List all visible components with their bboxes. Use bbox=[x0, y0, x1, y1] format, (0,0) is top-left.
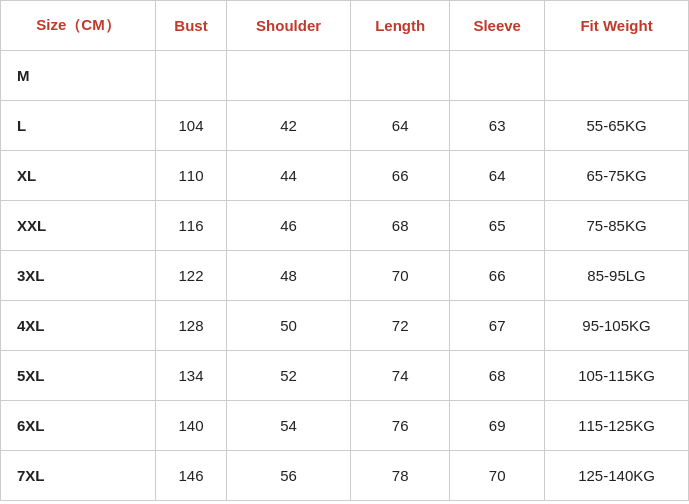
cell-length: 70 bbox=[351, 251, 450, 301]
cell-weight bbox=[545, 51, 689, 101]
header-length: Length bbox=[351, 1, 450, 51]
cell-size: XL bbox=[1, 151, 156, 201]
cell-sleeve: 68 bbox=[450, 351, 545, 401]
cell-shoulder: 48 bbox=[227, 251, 351, 301]
cell-length: 64 bbox=[351, 101, 450, 151]
cell-length: 66 bbox=[351, 151, 450, 201]
cell-shoulder: 46 bbox=[227, 201, 351, 251]
cell-weight: 75-85KG bbox=[545, 201, 689, 251]
cell-sleeve: 64 bbox=[450, 151, 545, 201]
cell-weight: 95-105KG bbox=[545, 301, 689, 351]
cell-bust: 128 bbox=[155, 301, 226, 351]
cell-length bbox=[351, 51, 450, 101]
size-chart: Size（CM） Bust Shoulder Length Sleeve Fit… bbox=[0, 0, 689, 501]
cell-bust: 116 bbox=[155, 201, 226, 251]
cell-length: 74 bbox=[351, 351, 450, 401]
cell-bust: 146 bbox=[155, 451, 226, 501]
cell-sleeve: 69 bbox=[450, 401, 545, 451]
cell-length: 72 bbox=[351, 301, 450, 351]
header-shoulder: Shoulder bbox=[227, 1, 351, 51]
cell-size: XXL bbox=[1, 201, 156, 251]
cell-size: 7XL bbox=[1, 451, 156, 501]
cell-size: M bbox=[1, 51, 156, 101]
cell-bust: 134 bbox=[155, 351, 226, 401]
cell-shoulder bbox=[227, 51, 351, 101]
header-row: Size（CM） Bust Shoulder Length Sleeve Fit… bbox=[1, 1, 689, 51]
table-row: 6XL140547669115-125KG bbox=[1, 401, 689, 451]
cell-weight: 85-95LG bbox=[545, 251, 689, 301]
cell-bust bbox=[155, 51, 226, 101]
cell-size: L bbox=[1, 101, 156, 151]
table-row: 4XL12850726795-105KG bbox=[1, 301, 689, 351]
cell-size: 4XL bbox=[1, 301, 156, 351]
cell-sleeve: 66 bbox=[450, 251, 545, 301]
table-row: 3XL12248706685-95LG bbox=[1, 251, 689, 301]
cell-shoulder: 56 bbox=[227, 451, 351, 501]
cell-sleeve: 65 bbox=[450, 201, 545, 251]
cell-bust: 110 bbox=[155, 151, 226, 201]
cell-length: 68 bbox=[351, 201, 450, 251]
table-row: XL11044666465-75KG bbox=[1, 151, 689, 201]
cell-sleeve bbox=[450, 51, 545, 101]
cell-shoulder: 52 bbox=[227, 351, 351, 401]
table-row: 5XL134527468105-115KG bbox=[1, 351, 689, 401]
cell-size: 5XL bbox=[1, 351, 156, 401]
header-bust: Bust bbox=[155, 1, 226, 51]
header-sleeve: Sleeve bbox=[450, 1, 545, 51]
cell-bust: 104 bbox=[155, 101, 226, 151]
cell-bust: 140 bbox=[155, 401, 226, 451]
cell-sleeve: 63 bbox=[450, 101, 545, 151]
cell-weight: 65-75KG bbox=[545, 151, 689, 201]
cell-weight: 55-65KG bbox=[545, 101, 689, 151]
cell-length: 78 bbox=[351, 451, 450, 501]
cell-weight: 105-115KG bbox=[545, 351, 689, 401]
cell-bust: 122 bbox=[155, 251, 226, 301]
cell-weight: 115-125KG bbox=[545, 401, 689, 451]
header-weight: Fit Weight bbox=[545, 1, 689, 51]
cell-size: 6XL bbox=[1, 401, 156, 451]
cell-size: 3XL bbox=[1, 251, 156, 301]
header-size: Size（CM） bbox=[1, 1, 156, 51]
cell-weight: 125-140KG bbox=[545, 451, 689, 501]
table-row: L10442646355-65KG bbox=[1, 101, 689, 151]
cell-sleeve: 70 bbox=[450, 451, 545, 501]
cell-shoulder: 50 bbox=[227, 301, 351, 351]
cell-sleeve: 67 bbox=[450, 301, 545, 351]
cell-shoulder: 54 bbox=[227, 401, 351, 451]
table-row: 7XL146567870125-140KG bbox=[1, 451, 689, 501]
table-row: M bbox=[1, 51, 689, 101]
table-row: XXL11646686575-85KG bbox=[1, 201, 689, 251]
cell-shoulder: 42 bbox=[227, 101, 351, 151]
cell-length: 76 bbox=[351, 401, 450, 451]
cell-shoulder: 44 bbox=[227, 151, 351, 201]
